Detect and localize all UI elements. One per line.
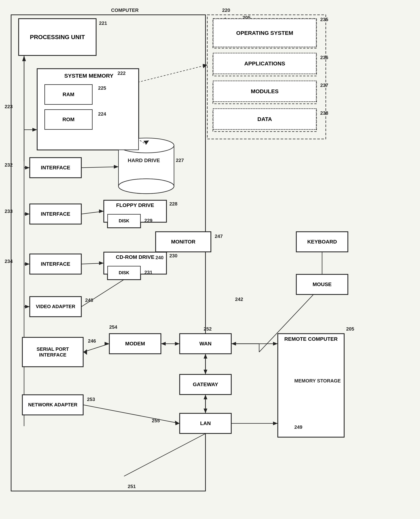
svg-marker-43 [114,165,119,169]
ref-247: 247 [215,233,223,239]
svg-marker-39 [32,128,37,132]
hard-drive-label: HARD DRIVE [128,157,160,163]
monitor-box: MONITOR [156,232,211,252]
svg-line-90 [124,434,205,476]
video-adapter-box: VIDEO ADAPTER [30,296,82,317]
ref-221: 221 [99,20,107,26]
ref-237: 237 [320,82,328,88]
remote-computer-label: REMOTE COMPUTER [278,336,344,342]
svg-marker-45 [25,212,30,216]
mouse-box: MOUSE [296,274,348,294]
svg-marker-41 [25,166,30,170]
ref-228: 228 [169,201,177,207]
interface3-box: INTERFACE [30,254,82,274]
ref-222: 222 [118,70,126,76]
ref-231: 231 [144,270,152,275]
ref-242: 242 [235,296,243,302]
svg-marker-81 [273,422,278,425]
diagram: COMPUTER 220 205 PROCESSING UNIT 221 SYS… [0,0,420,519]
svg-marker-65 [83,349,87,355]
ref-225: 225 [98,85,106,91]
rom-box: ROM [45,109,93,130]
processing-unit-box: PROCESSING UNIT [19,19,96,56]
ref-251: 251 [128,484,136,489]
svg-marker-76 [204,409,207,413]
ref-235: 235 [320,17,328,23]
svg-line-78 [83,405,180,423]
ref-238: 238 [320,110,328,116]
keyboard-box: KEYBOARD [296,232,348,252]
serial-port-box: SERIAL PORT INTERFACE [22,337,83,367]
wan-box: WAN [180,333,231,354]
gateway-box: GATEWAY [180,374,231,395]
ref-223: 223 [5,104,13,109]
applications-box: APPLICATIONS [213,53,316,74]
ref-220: 220 [222,8,230,13]
ref-224: 224 [98,111,106,117]
svg-marker-68 [161,342,166,346]
remote-computer-box: REMOTE COMPUTER [278,333,344,437]
ref-240: 240 [156,255,164,261]
svg-marker-47 [99,209,104,213]
data-box: DATA [213,108,316,130]
ref-205b: 205 [346,326,354,332]
svg-marker-79 [175,421,180,425]
modules-box: MODULES [213,81,316,102]
modem-box: MODEM [109,333,161,354]
ref-234: 234 [5,258,13,264]
memory-storage-label: MEMORY STORAGE [294,378,341,384]
computer-label: COMPUTER [111,8,139,13]
svg-line-42 [82,167,119,168]
disk1-box: DISK [107,214,141,228]
ref-232: 232 [5,162,13,168]
interface2-box: INTERFACE [30,204,82,224]
disk2-box: DISK [107,266,141,280]
ref-249: 249 [294,424,302,430]
ref-248: 248 [85,297,93,303]
ref-254: 254 [109,324,117,330]
svg-marker-64 [105,342,109,346]
interface1-box: INTERFACE [30,157,82,178]
svg-point-13 [119,179,174,194]
lan-box: LAN [180,413,231,434]
svg-marker-59 [203,64,207,68]
ram-box: RAM [45,84,93,105]
ref-252: 252 [204,326,212,332]
ref-236: 236 [320,55,328,60]
svg-marker-51 [99,261,104,265]
svg-marker-74 [204,354,207,358]
svg-marker-73 [204,370,207,374]
ref-233: 233 [5,209,13,214]
svg-marker-67 [175,342,180,346]
svg-marker-53 [25,305,30,309]
svg-marker-77 [204,395,207,399]
svg-marker-49 [25,262,30,266]
ref-230: 230 [169,253,177,259]
ref-246: 246 [88,338,96,344]
ref-227: 227 [176,157,184,163]
network-adapter-box: NETWORK ADAPTER [22,395,83,415]
ref-253: 253 [87,396,95,402]
floppy-drive-label: FLOPPY DRIVE [104,202,166,209]
ref-229: 229 [144,218,152,224]
operating-system-box: OPERATING SYSTEM [213,19,316,47]
ref-255: 255 [152,418,160,424]
svg-marker-70 [273,342,278,346]
